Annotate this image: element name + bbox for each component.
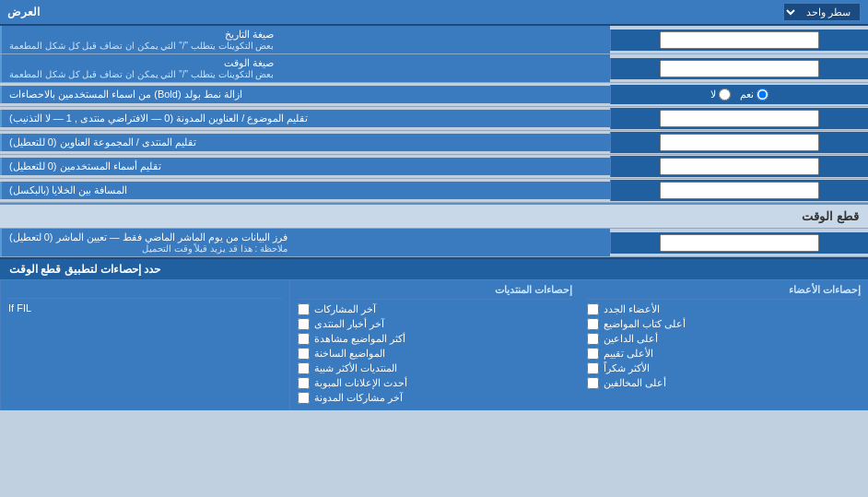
stats-item-top-violators: أعلى المخالفين [587,377,861,389]
forum-titles-row: 33 تقليم المنتدى / المجموعة العناوين (0 … [0,131,868,155]
checkbox-classifieds[interactable] [298,377,310,389]
date-format-label: صيغة التاريخ بعض التكوينات يتطلب "/" الت… [0,26,610,53]
checkbox-top-rated[interactable] [587,348,599,360]
stats-item-most-viewed: أكثر المواضيع مشاهدة [298,333,571,345]
stats-item-top-referrers: أعلى الداعين [587,333,861,345]
time-format-row: H:i صيغة الوقت بعض التكوينات يتطلب "/" ا… [0,54,868,83]
stats-item-forum-news: آخر أخبار المنتدى [298,318,571,330]
checkbox-most-thanked[interactable] [587,362,599,374]
stats-item-top-posters: أعلى كتاب المواضيع [587,318,861,330]
stats-item-new-members: الأعضاء الجدد [587,303,861,315]
page-header: سطر واحدسطرينثلاثة أسطر العرض [0,0,868,26]
checkbox-popular-forums[interactable] [298,362,310,374]
radio-no[interactable] [719,89,731,101]
page-header-label: العرض [7,6,40,18]
stats-item-popular-forums: المنتديات الأكثر شبية [298,362,571,374]
time-format-input[interactable]: H:i [660,60,819,77]
user-names-input-container: 0 [610,156,868,177]
forum-input-container: 33 [610,132,868,153]
stats-columns: If FIL إحصاءات المنتديات آخر المشاركات آ… [0,280,868,410]
checkbox-new-members[interactable] [587,303,599,315]
checkbox-top-posters[interactable] [587,318,599,330]
forum-label: تقليم المنتدى / المجموعة العناوين (0 للت… [0,134,610,151]
stats-col-3: If FIL [0,280,289,410]
checkbox-top-violators[interactable] [587,377,599,389]
forum-input[interactable]: 33 [660,134,819,151]
date-format-input[interactable]: d-m [660,31,819,49]
radio-label-yes[interactable]: نعم [740,89,768,101]
date-format-row: d-m صيغة التاريخ بعض التكوينات يتطلب "/"… [0,26,868,54]
stats-col-1: إحصاءات الأعضاء الأعضاء الجدد أعلى كتاب … [580,280,868,410]
bold-remove-input-container: لا نعم [610,85,868,104]
checkbox-most-viewed[interactable] [298,333,310,345]
cutoff-input-container: 0 [610,232,868,254]
bold-remove-row: لا نعم ازالة نمط بولد (Bold) من اسماء ال… [0,83,868,107]
stats-item-top-rated: الأعلى تقييم [587,348,861,360]
stats-item-hot-topics: المواضيع الساخنة [298,348,571,360]
stats-col1-header: إحصاءات الأعضاء [587,284,861,300]
time-format-label: صيغة الوقت بعض التكوينات يتطلب "/" التي … [0,54,610,82]
cell-spacing-row: 2 المسافة بين الخلايا (بالبكسل) [0,179,868,203]
bold-remove-label: ازالة نمط بولد (Bold) من اسماء المستخدمي… [0,86,610,103]
stats-col3-header [8,284,282,299]
stats-col-2: إحصاءات المنتديات آخر المشاركات آخر أخبا… [289,280,579,410]
bold-radio-group: لا نعم [703,87,776,102]
cutoff-row: 0 فرز البيانات من يوم الماشر الماضي فقط … [0,229,868,257]
topics-titles-row: 33 تقليم الموضوع / العناوين المدونة (0 —… [0,107,868,131]
stats-col2-header: إحصاءات المنتديات [298,284,571,300]
topics-label: تقليم الموضوع / العناوين المدونة (0 — ال… [0,110,610,127]
checkbox-top-referrers[interactable] [587,333,599,345]
user-names-input[interactable]: 0 [660,158,819,175]
checkbox-blog-posts[interactable] [298,392,310,404]
topics-input-container: 33 [610,108,868,129]
stats-col3-note: If FIL [8,302,282,314]
stats-item-classifieds: أحدث الإعلانات المبوبة [298,377,571,389]
cutoff-section-header: قطع الوقت [0,203,868,229]
cell-spacing-input[interactable]: 2 [660,182,819,199]
radio-label-no[interactable]: لا [710,89,731,101]
cell-spacing-input-container: 2 [610,180,868,201]
stats-section: حدد إحصاءات لتطبيق قطع الوقت If FIL إحصا… [0,257,868,410]
topics-input[interactable]: 33 [660,110,819,127]
checkbox-forum-news[interactable] [298,318,310,330]
cutoff-label: فرز البيانات من يوم الماشر الماضي فقط — … [0,229,610,256]
radio-yes[interactable] [757,89,768,101]
cutoff-input[interactable]: 0 [660,234,819,252]
stats-item-most-thanked: الأكثر شكراً [587,362,861,374]
user-names-label: تقليم أسماء المستخدمين (0 للتعطيل) [0,158,610,175]
stats-item-posts: آخر المشاركات [298,303,571,315]
stats-item-blog-posts: آخر مشاركات المدونة [298,392,571,404]
display-select[interactable]: سطر واحدسطرينثلاثة أسطر [783,3,861,21]
cell-spacing-label: المسافة بين الخلايا (بالبكسل) [0,182,610,199]
date-format-input-container: d-m [610,30,868,51]
checkbox-posts[interactable] [298,303,310,315]
time-format-input-container: H:i [610,58,868,79]
stats-header: حدد إحصاءات لتطبيق قطع الوقت [0,259,868,280]
checkbox-hot-topics[interactable] [298,348,310,360]
user-names-row: 0 تقليم أسماء المستخدمين (0 للتعطيل) [0,155,868,179]
